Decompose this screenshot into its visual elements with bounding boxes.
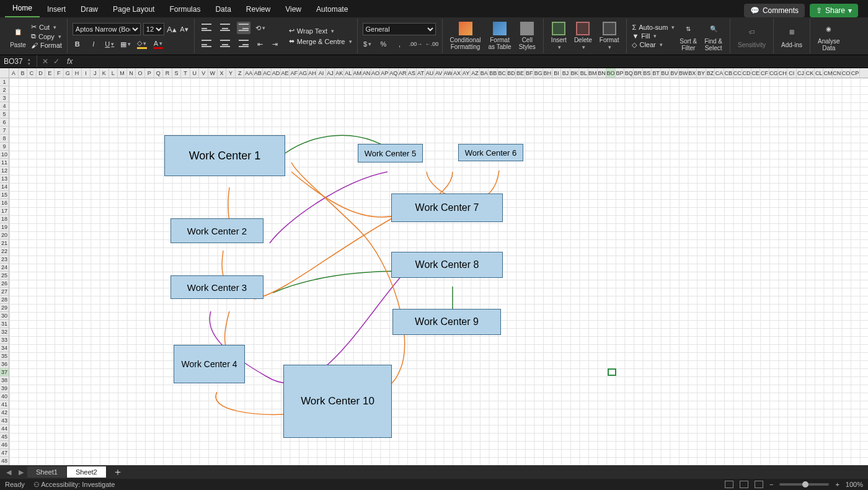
- font-select[interactable]: Aptos Narrow (Bod…: [73, 23, 141, 35]
- orientation-button[interactable]: ⟲: [255, 23, 265, 33]
- align-left[interactable]: [200, 38, 213, 50]
- paste-button[interactable]: 📋 Paste: [7, 23, 29, 50]
- align-bottom[interactable]: [237, 22, 250, 34]
- bold-button[interactable]: B: [73, 39, 82, 49]
- sheet-tab-2[interactable]: Sheet2: [67, 466, 107, 478]
- format-as-table-button[interactable]: Format as Table: [486, 20, 514, 51]
- cell-styles-button[interactable]: Cell Styles: [516, 20, 538, 51]
- shape-wc7[interactable]: Work Center 7: [391, 194, 503, 222]
- tab-data[interactable]: Data: [208, 1, 238, 17]
- shape-wc10[interactable]: Work Center 10: [283, 365, 392, 438]
- view-page-layout-icon[interactable]: [740, 481, 748, 488]
- delete-icon: [576, 22, 590, 35]
- tab-home[interactable]: Home: [5, 0, 40, 17]
- fx-icon[interactable]: fx: [67, 57, 73, 66]
- underline-button[interactable]: U: [105, 39, 115, 49]
- sheet-tab-1[interactable]: Sheet1: [27, 466, 67, 478]
- ribbon: 📋 Paste ✂Cut ⧉Copy 🖌Format Aptos Narrow …: [0, 17, 868, 55]
- select-all-corner[interactable]: [0, 68, 9, 78]
- find-select-button[interactable]: 🔍Find & Select: [702, 19, 725, 53]
- shape-wc8[interactable]: Work Center 8: [391, 252, 503, 278]
- fill-button[interactable]: ▼Fill: [632, 32, 675, 40]
- autosum-button[interactable]: ΣAuto-sum: [632, 24, 675, 31]
- group-editing: ΣAuto-sum ▼Fill ◇Clear ⇅Sort & Filter 🔍F…: [627, 19, 730, 53]
- sheet-nav-prev[interactable]: ◀: [2, 468, 15, 476]
- ribbon-tabs: Home Insert Draw Page Layout Formulas Da…: [0, 0, 868, 17]
- tab-formulas[interactable]: Formulas: [162, 1, 208, 17]
- add-sheet-button[interactable]: ＋: [107, 464, 129, 481]
- merge-centre-button[interactable]: ⬌Merge & Centre: [289, 37, 352, 45]
- insert-cells-button[interactable]: Insert: [549, 20, 569, 52]
- view-page-break-icon[interactable]: [755, 481, 763, 488]
- sheet-nav-next[interactable]: ▶: [15, 468, 27, 476]
- insert-icon: [552, 22, 565, 35]
- comma-button[interactable]: ,: [395, 39, 405, 49]
- shape-wc9[interactable]: Work Center 9: [392, 309, 501, 335]
- status-accessibility[interactable]: ⚇ Accessibility: Investigate: [33, 481, 115, 489]
- decrease-decimal[interactable]: ←.00: [427, 39, 437, 49]
- number-format-select[interactable]: General: [363, 23, 436, 35]
- tab-review[interactable]: Review: [239, 1, 278, 17]
- namebox-up[interactable]: ▴: [28, 57, 30, 61]
- align-middle[interactable]: [218, 22, 232, 34]
- share-button[interactable]: ⇪Share▾: [810, 4, 858, 17]
- format-cells-button[interactable]: Format: [597, 20, 622, 52]
- sort-filter-button[interactable]: ⇅Sort & Filter: [677, 19, 699, 53]
- column-headers[interactable]: ABCDEFGHIJKLMNOPQRSTUVWXYZAAABACADAEAFAG…: [9, 68, 868, 78]
- shape-wc1[interactable]: Work Center 1: [164, 135, 285, 176]
- find-icon: 🔍: [706, 20, 722, 37]
- fill-color-button[interactable]: ◇: [137, 39, 147, 49]
- cancel-icon[interactable]: ✕: [42, 57, 48, 66]
- shape-wc6[interactable]: Work Center 6: [458, 144, 523, 161]
- worksheet[interactable]: ABCDEFGHIJKLMNOPQRSTUVWXYZAAABACADAEAFAG…: [0, 68, 868, 465]
- clear-button[interactable]: ◇Clear: [632, 41, 675, 49]
- delete-cells-button[interactable]: Delete: [572, 20, 595, 52]
- cut-button[interactable]: ✂Cut: [31, 23, 62, 31]
- share-icon: ⇪: [816, 6, 822, 15]
- increase-decimal[interactable]: .00→: [411, 39, 421, 49]
- font-color-button[interactable]: A: [153, 39, 163, 49]
- zoom-slider[interactable]: [779, 483, 829, 486]
- tab-view[interactable]: View: [278, 1, 309, 17]
- tab-page-layout[interactable]: Page Layout: [105, 1, 162, 17]
- addins-button[interactable]: ⊞Add-ins: [779, 23, 805, 50]
- comments-button[interactable]: 💬Comments: [744, 4, 805, 17]
- namebox-down[interactable]: ▾: [28, 61, 30, 66]
- view-normal-icon[interactable]: [725, 481, 733, 488]
- align-center[interactable]: [218, 38, 232, 50]
- shape-wc3[interactable]: Work Center 3: [170, 275, 264, 299]
- status-bar: Ready ⚇ Accessibility: Investigate − + 1…: [0, 479, 868, 490]
- align-top[interactable]: [200, 22, 213, 34]
- shape-wc5[interactable]: Work Center 5: [358, 144, 423, 163]
- tab-insert[interactable]: Insert: [40, 1, 73, 17]
- zoom-out-button[interactable]: −: [769, 481, 773, 488]
- percent-button[interactable]: %: [379, 39, 389, 49]
- tab-draw[interactable]: Draw: [73, 1, 105, 17]
- increase-indent[interactable]: ⇥: [270, 39, 280, 49]
- analyse-data-button[interactable]: ◉Analyse Data: [815, 19, 843, 53]
- align-right[interactable]: [237, 38, 250, 50]
- wrap-text-button[interactable]: ↩Wrap Text: [289, 27, 352, 35]
- row-headers[interactable]: 1234567891011121314151617181920212223242…: [0, 78, 9, 465]
- decrease-indent[interactable]: ⇤: [255, 39, 265, 49]
- format-painter-button[interactable]: 🖌Format: [31, 42, 62, 49]
- shape-wc4[interactable]: Work Center 4: [174, 345, 245, 383]
- font-size-select[interactable]: 12: [143, 23, 164, 35]
- increase-font-icon[interactable]: A▴: [167, 24, 177, 34]
- border-button[interactable]: ▦: [121, 39, 131, 49]
- shape-wc2[interactable]: Work Center 2: [170, 218, 264, 243]
- zoom-in-button[interactable]: +: [835, 481, 839, 488]
- cell-grid[interactable]: Work Center 1 Work Center 2 Work Center …: [9, 78, 868, 465]
- name-box[interactable]: BO37 ▴▾: [0, 55, 37, 68]
- group-alignment: ⟲ ⇤ ⇥ ↩Wrap Text ⬌Merge & Centre: [195, 19, 358, 53]
- conditional-formatting-button[interactable]: Conditional Formatting: [448, 20, 484, 51]
- copy-button[interactable]: ⧉Copy: [31, 32, 62, 40]
- enter-icon[interactable]: ✓: [53, 57, 60, 66]
- italic-button[interactable]: I: [89, 39, 99, 49]
- group-sensitivity: 🏷Sensitivity: [730, 19, 774, 53]
- tab-automate[interactable]: Automate: [309, 1, 355, 17]
- connectors: [19, 88, 868, 475]
- zoom-level[interactable]: 100%: [846, 481, 863, 488]
- decrease-font-icon[interactable]: A▾: [179, 24, 189, 34]
- currency-button[interactable]: $: [363, 39, 373, 49]
